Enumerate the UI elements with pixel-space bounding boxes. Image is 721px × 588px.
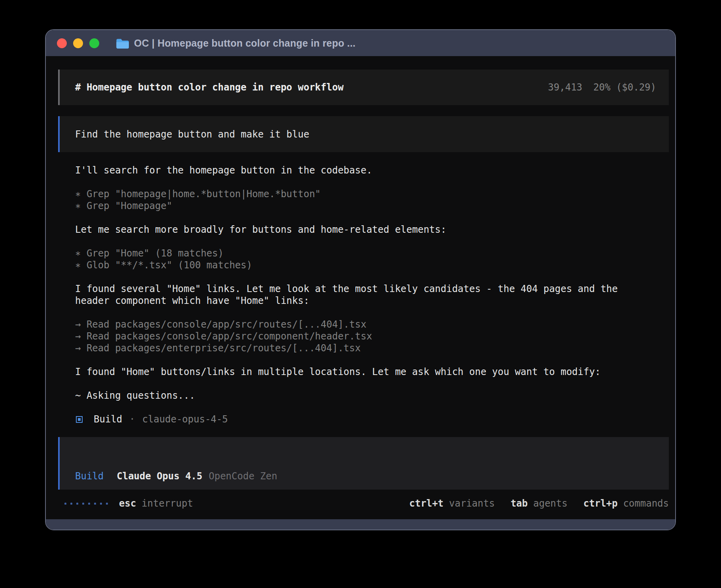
transcript-line: I'll search for the homepage button in t…	[75, 164, 669, 176]
keyboard-hint: ctrl+pcommands	[583, 498, 669, 509]
provider-name: OpenCode Zen	[209, 471, 277, 482]
session-title: # Homepage button color change in repo w…	[75, 82, 344, 93]
transcript-line: I found "Home" buttons/links in multiple…	[75, 366, 669, 378]
transcript-line	[75, 236, 669, 247]
transcript-line: I found several "Home" links. Let me loo…	[75, 283, 669, 295]
close-button[interactable]	[57, 38, 67, 48]
assistant-transcript: I'll search for the homepage button in t…	[75, 164, 669, 425]
transcript-line	[75, 378, 669, 390]
hint-key: ctrl+t	[409, 498, 444, 509]
mode-indicator[interactable]: Build	[75, 471, 104, 482]
transcript-line: ∗ Grep "homepage|home.*button|Home.*butt…	[75, 188, 669, 200]
agent-badge: Build · claude-opus-4-5	[76, 413, 669, 425]
transcript-line: → Read packages/enterprise/src/routes/[.…	[75, 342, 669, 354]
window-titlebar[interactable]: OC | Homepage button color change in rep…	[46, 30, 675, 56]
context-usage-cost: 20% ($0.29)	[593, 82, 656, 93]
transcript-line: ~ Asking questions...	[75, 390, 669, 401]
spinner-dot	[94, 503, 96, 505]
keyboard-hint: tabagents	[511, 498, 568, 509]
session-header: # Homepage button color change in repo w…	[58, 70, 669, 105]
transcript-line	[75, 176, 669, 188]
folder-icon	[116, 38, 129, 49]
hint-key: esc	[119, 498, 136, 509]
spinner-dot	[64, 503, 66, 505]
agent-name: Build	[94, 414, 122, 425]
transcript-line	[75, 354, 669, 366]
keyboard-hint: ctrl+tvariants	[409, 498, 495, 509]
transcript-line	[75, 212, 669, 224]
transcript-line	[75, 271, 669, 283]
agent-status-icon	[76, 416, 83, 423]
hint-label: agents	[533, 498, 568, 509]
desktop: { "colors": { "accent_blue": "#4e8ee3", …	[0, 0, 721, 588]
spinner-dot	[100, 503, 102, 505]
model-name[interactable]: Claude Opus 4.5	[117, 471, 202, 482]
session-stats: 39,413 20% ($0.29)	[548, 82, 656, 93]
left-hints: escinterrupt	[119, 498, 193, 509]
keyboard-hint: escinterrupt	[119, 498, 193, 509]
prompt-input[interactable]: Build Claude Opus 4.5 OpenCode Zen	[58, 437, 669, 490]
terminal-window: OC | Homepage button color change in rep…	[45, 29, 676, 530]
transcript-line: ∗ Glob "**/*.tsx" (100 matches)	[75, 259, 669, 271]
hint-key: ctrl+p	[583, 498, 618, 509]
spinner-dot	[106, 503, 108, 505]
transcript-line	[75, 307, 669, 318]
terminal-content: # Homepage button color change in repo w…	[46, 56, 675, 519]
zoom-button[interactable]	[89, 38, 99, 48]
hint-label: variants	[449, 498, 495, 509]
agent-model: claude-opus-4-5	[142, 414, 228, 425]
transcript-line	[75, 401, 669, 413]
hint-label: commands	[623, 498, 669, 509]
hint-label: interrupt	[142, 498, 193, 509]
user-message-text: Find the homepage button and make it blu…	[75, 129, 309, 140]
token-count: 39,413	[548, 82, 582, 93]
composer-status: Build Claude Opus 4.5 OpenCode Zen	[75, 471, 277, 482]
window-title: OC | Homepage button color change in rep…	[134, 38, 355, 49]
transcript-line: ∗ Grep "Homepage"	[75, 200, 669, 212]
spinner-dot	[82, 503, 84, 505]
minimize-button[interactable]	[73, 38, 83, 48]
transcript-line: → Read packages/console/app/src/componen…	[75, 330, 669, 342]
transcript-line: header component which have "Home" links…	[75, 295, 669, 307]
agent-badge-separator: ·	[129, 414, 135, 425]
transcript-line: ∗ Grep "Home" (18 matches)	[75, 247, 669, 259]
right-hints: ctrl+tvariants tabagents ctrl+pcommands	[409, 498, 669, 509]
transcript-line: → Read packages/console/app/src/routes/[…	[75, 318, 669, 330]
transcript-lines: I'll search for the homepage button in t…	[75, 164, 669, 413]
user-message: Find the homepage button and make it blu…	[58, 116, 669, 152]
spinner-dot	[70, 503, 72, 505]
transcript-line: Let me search more broadly for buttons a…	[75, 224, 669, 236]
spinner-dot	[76, 503, 78, 505]
spinner-dots	[64, 503, 108, 505]
hint-key: tab	[511, 498, 528, 509]
spinner-dot	[88, 503, 90, 505]
status-bar: escinterrupt ctrl+tvariants tabagents ct…	[64, 498, 669, 509]
window-bottom-edge	[46, 519, 675, 530]
